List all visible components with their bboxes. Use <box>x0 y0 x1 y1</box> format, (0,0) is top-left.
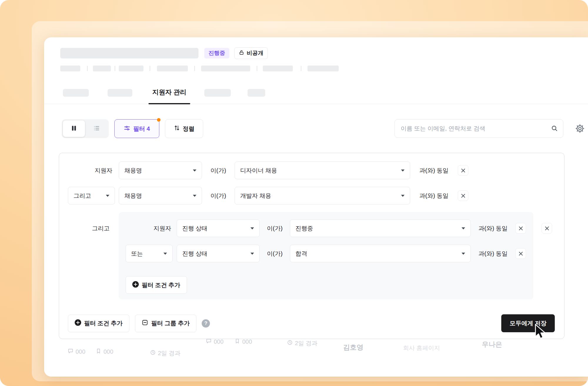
breadcrumb-placeholder <box>308 66 339 71</box>
status-badge: 진행중 <box>204 48 229 58</box>
group-add-condition-label: 필터 조건 추가 <box>142 281 180 289</box>
value-select[interactable]: 개발자 채용 <box>235 187 410 204</box>
breadcrumb-divider <box>194 66 195 71</box>
remove-condition-button[interactable] <box>515 248 526 259</box>
dimmed-elapsed: 2일 경과 <box>150 349 181 357</box>
save-for-all-button[interactable]: 모두에게 저장 <box>501 314 555 332</box>
value-select[interactable]: 진행중 <box>290 219 471 237</box>
tab-placeholder[interactable] <box>248 89 265 97</box>
group-add-condition-button[interactable]: 필터 조건 추가 <box>126 276 187 294</box>
remove-condition-button[interactable] <box>458 190 468 201</box>
board-view-button[interactable] <box>63 120 85 137</box>
list-view-button[interactable] <box>86 120 108 137</box>
dimmed-company-link: 회사 홈페이지 <box>403 344 440 352</box>
plus-circle-icon <box>75 319 81 327</box>
breadcrumb-placeholder <box>93 66 111 71</box>
breadcrumb-placeholder <box>119 66 143 71</box>
breadcrumb-placeholder <box>263 66 293 71</box>
breadcrumb <box>44 66 588 71</box>
settings-gear-icon[interactable] <box>575 124 585 135</box>
search-icon[interactable] <box>551 125 558 133</box>
lock-icon <box>239 50 244 57</box>
tab-placeholder[interactable] <box>204 89 231 97</box>
filter-josa: 이(가) <box>202 167 235 174</box>
field-select[interactable]: 진행 상태 <box>177 219 260 237</box>
view-toggle <box>62 119 109 138</box>
chevron-down-icon <box>462 227 465 229</box>
chevron-down-icon <box>193 195 196 197</box>
help-icon[interactable] <box>202 319 210 328</box>
plus-circle-icon <box>132 281 139 289</box>
filter-group: 지원자 진행 상태 이(가) 진행중 과(와) 동일 <box>119 212 533 299</box>
dimmed-comment-count: 000 <box>206 338 223 345</box>
filter-josa: 이(가) <box>260 224 290 232</box>
connector-select[interactable]: 그리고 <box>68 187 115 204</box>
field-select[interactable]: 채용명 <box>119 162 202 179</box>
remove-condition-button[interactable] <box>515 223 526 234</box>
field-select-value: 진행 상태 <box>182 250 208 258</box>
clock-icon <box>150 350 156 357</box>
app-background: 진행중 비공개 <box>0 0 588 386</box>
filter-button[interactable]: 필터 4 <box>114 119 159 138</box>
chevron-down-icon <box>401 169 405 172</box>
breadcrumb-placeholder <box>201 66 250 71</box>
chevron-down-icon <box>401 195 405 197</box>
connector-select-value: 그리고 <box>74 192 91 200</box>
filter-sliders-icon <box>124 125 130 133</box>
visibility-badge: 비공개 <box>234 47 268 59</box>
add-group-button[interactable]: 필터 그룹 추가 <box>135 315 196 332</box>
remove-condition-button[interactable] <box>458 165 468 176</box>
breadcrumb-divider <box>115 66 115 71</box>
breadcrumb-divider <box>87 66 88 71</box>
add-condition-button[interactable]: 필터 조건 추가 <box>68 315 129 332</box>
toolbar: 필터 4 정렬 <box>44 119 588 138</box>
field-select[interactable]: 진행 상태 <box>177 245 260 262</box>
filter-row: 또는 진행 상태 이(가) 합격 과(와) 동일 <box>126 245 526 262</box>
breadcrumb-placeholder <box>157 66 188 71</box>
filter-josa: 이(가) <box>260 250 290 258</box>
filter-row: 그리고 채용명 이(가) 개발자 채용 과(와) 동일 <box>68 187 468 204</box>
chevron-down-icon <box>462 253 465 255</box>
search-box <box>395 119 563 138</box>
chevron-down-icon <box>106 195 109 197</box>
dimmed-saved-count: 000 <box>234 338 252 345</box>
active-tab-underline <box>148 103 190 104</box>
search-input[interactable] <box>395 119 563 138</box>
dimmed-comment-count: 000 <box>68 348 85 355</box>
value-select-value: 개발자 채용 <box>240 192 271 200</box>
filter-row: 지원자 진행 상태 이(가) 진행중 과(와) 동일 <box>126 219 526 237</box>
main-card: 진행중 비공개 <box>44 37 588 377</box>
filter-operator: 과(와) 동일 <box>471 250 515 258</box>
sort-button[interactable]: 정렬 <box>165 119 203 138</box>
add-group-label: 필터 그룹 추가 <box>151 319 190 327</box>
field-select[interactable]: 채용명 <box>119 187 202 204</box>
comment-icon <box>68 348 74 355</box>
tab-placeholder[interactable] <box>63 89 89 97</box>
board-view-icon <box>71 125 77 133</box>
tab-bar: 지원자 관리 <box>44 81 588 104</box>
title-placeholder <box>60 48 198 58</box>
filter-panel: 지원자 채용명 이(가) 디자이너 채용 과(와) 동일 그리고 <box>59 153 564 339</box>
value-select[interactable]: 디자이너 채용 <box>235 162 410 179</box>
breadcrumb-divider <box>301 66 301 71</box>
sort-arrows-icon <box>174 125 180 132</box>
breadcrumb-divider <box>257 66 257 71</box>
dimmed-elapsed: 2일 경과 <box>287 339 318 347</box>
chevron-down-icon <box>163 253 167 255</box>
filter-row: 지원자 채용명 이(가) 디자이너 채용 과(와) 동일 <box>68 162 468 179</box>
connector-select[interactable]: 또는 <box>126 245 173 262</box>
value-select[interactable]: 합격 <box>290 245 471 262</box>
field-select-value: 채용명 <box>124 192 142 200</box>
filter-josa: 이(가) <box>202 192 235 200</box>
group-connector-label: 그리고 <box>68 219 112 237</box>
tab-placeholder[interactable] <box>108 89 132 97</box>
remove-group-button[interactable] <box>542 223 552 234</box>
filter-button-label: 필터 4 <box>133 125 150 133</box>
value-select-value: 진행중 <box>295 224 313 232</box>
filter-operator: 과(와) 동일 <box>410 167 458 174</box>
breadcrumb-divider <box>150 66 150 71</box>
sort-button-label: 정렬 <box>183 125 195 133</box>
filter-panel-footer: 필터 조건 추가 필터 그룹 추가 모두에게 저장 <box>68 314 555 332</box>
list-view-icon <box>93 125 100 133</box>
tab-applicant-management[interactable]: 지원자 관리 <box>149 81 189 103</box>
